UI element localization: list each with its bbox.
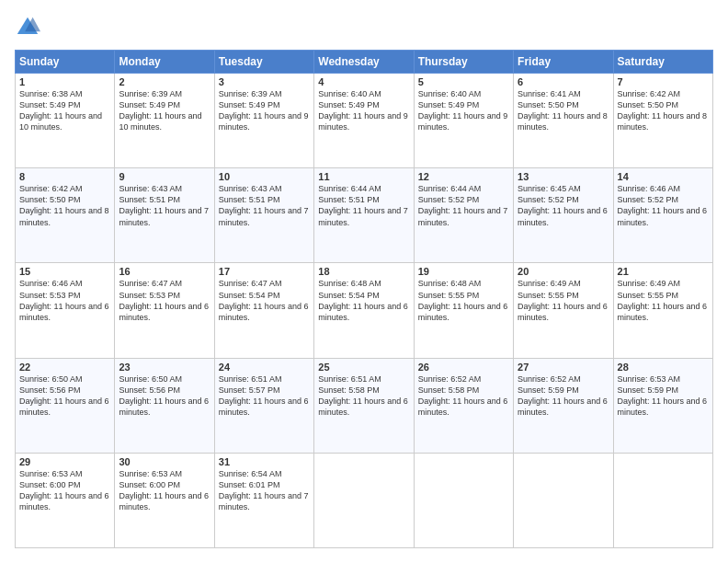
day-number: 9 (119, 171, 210, 182)
day-number: 24 (219, 362, 310, 373)
calendar-week-row: 22 Sunrise: 6:50 AMSunset: 5:56 PMDaylig… (16, 358, 713, 453)
day-info: Sunrise: 6:53 AMSunset: 6:00 PMDaylight:… (119, 469, 209, 511)
calendar-cell (414, 453, 513, 547)
day-number: 8 (19, 171, 110, 182)
calendar-cell: 31 Sunrise: 6:54 AMSunset: 6:01 PMDaylig… (214, 453, 313, 547)
day-number: 12 (418, 171, 509, 182)
calendar-cell: 3 Sunrise: 6:39 AMSunset: 5:49 PMDayligh… (214, 74, 313, 168)
calendar-cell: 21 Sunrise: 6:49 AMSunset: 5:55 PMDaylig… (613, 263, 712, 358)
day-info: Sunrise: 6:48 AMSunset: 5:54 PMDaylight:… (318, 279, 408, 321)
calendar-cell (613, 453, 712, 547)
day-number: 19 (418, 266, 509, 277)
header (15, 15, 713, 40)
day-info: Sunrise: 6:50 AMSunset: 5:56 PMDaylight:… (19, 374, 109, 417)
day-info: Sunrise: 6:48 AMSunset: 5:55 PMDaylight:… (418, 279, 508, 321)
day-number: 13 (518, 171, 609, 182)
day-number: 16 (119, 266, 210, 277)
day-info: Sunrise: 6:46 AMSunset: 5:53 PMDaylight:… (19, 279, 109, 321)
calendar-cell: 24 Sunrise: 6:51 AMSunset: 5:57 PMDaylig… (214, 358, 313, 453)
calendar-cell: 20 Sunrise: 6:49 AMSunset: 5:55 PMDaylig… (514, 263, 613, 358)
calendar-cell: 13 Sunrise: 6:45 AMSunset: 5:52 PMDaylig… (514, 168, 613, 263)
day-info: Sunrise: 6:52 AMSunset: 5:59 PMDaylight:… (518, 374, 608, 417)
day-info: Sunrise: 6:46 AMSunset: 5:52 PMDaylight:… (618, 184, 708, 226)
day-number: 21 (618, 266, 709, 277)
day-number: 26 (418, 362, 509, 373)
calendar-cell: 1 Sunrise: 6:38 AMSunset: 5:49 PMDayligh… (16, 74, 115, 168)
day-info: Sunrise: 6:54 AMSunset: 6:01 PMDaylight:… (219, 469, 309, 511)
day-number: 11 (318, 171, 409, 182)
day-header: Tuesday (214, 51, 313, 74)
day-info: Sunrise: 6:41 AMSunset: 5:50 PMDaylight:… (518, 89, 608, 132)
calendar-cell: 5 Sunrise: 6:40 AMSunset: 5:49 PMDayligh… (414, 74, 513, 168)
day-number: 2 (119, 76, 210, 87)
calendar-cell: 19 Sunrise: 6:48 AMSunset: 5:55 PMDaylig… (414, 263, 513, 358)
day-info: Sunrise: 6:42 AMSunset: 5:50 PMDaylight:… (618, 89, 708, 132)
calendar-cell: 6 Sunrise: 6:41 AMSunset: 5:50 PMDayligh… (514, 74, 613, 168)
calendar-week-row: 29 Sunrise: 6:53 AMSunset: 6:00 PMDaylig… (16, 453, 713, 547)
calendar-week-row: 8 Sunrise: 6:42 AMSunset: 5:50 PMDayligh… (16, 168, 713, 263)
day-header: Wednesday (314, 51, 414, 74)
calendar-header-row: SundayMondayTuesdayWednesdayThursdayFrid… (16, 51, 713, 74)
day-number: 1 (19, 76, 110, 87)
day-info: Sunrise: 6:45 AMSunset: 5:52 PMDaylight:… (518, 184, 608, 226)
day-header: Friday (514, 51, 613, 74)
calendar-cell: 27 Sunrise: 6:52 AMSunset: 5:59 PMDaylig… (514, 358, 613, 453)
calendar-week-row: 1 Sunrise: 6:38 AMSunset: 5:49 PMDayligh… (16, 74, 713, 168)
calendar-body: 1 Sunrise: 6:38 AMSunset: 5:49 PMDayligh… (16, 74, 713, 548)
day-info: Sunrise: 6:52 AMSunset: 5:58 PMDaylight:… (418, 374, 508, 417)
day-info: Sunrise: 6:44 AMSunset: 5:51 PMDaylight:… (318, 184, 408, 226)
day-number: 3 (219, 76, 310, 87)
day-number: 17 (219, 266, 310, 277)
day-info: Sunrise: 6:40 AMSunset: 5:49 PMDaylight:… (418, 89, 508, 132)
day-info: Sunrise: 6:51 AMSunset: 5:57 PMDaylight:… (219, 374, 309, 417)
calendar-cell: 2 Sunrise: 6:39 AMSunset: 5:49 PMDayligh… (115, 74, 214, 168)
calendar-cell: 22 Sunrise: 6:50 AMSunset: 5:56 PMDaylig… (16, 358, 115, 453)
day-info: Sunrise: 6:43 AMSunset: 5:51 PMDaylight:… (119, 184, 209, 226)
calendar-cell: 12 Sunrise: 6:44 AMSunset: 5:52 PMDaylig… (414, 168, 513, 263)
day-number: 29 (19, 456, 110, 467)
calendar-cell: 7 Sunrise: 6:42 AMSunset: 5:50 PMDayligh… (613, 74, 712, 168)
day-info: Sunrise: 6:39 AMSunset: 5:49 PMDaylight:… (219, 89, 309, 132)
day-number: 27 (518, 362, 609, 373)
day-info: Sunrise: 6:42 AMSunset: 5:50 PMDaylight:… (19, 184, 109, 226)
day-number: 10 (219, 171, 310, 182)
day-info: Sunrise: 6:53 AMSunset: 6:00 PMDaylight:… (19, 469, 109, 511)
calendar-cell: 15 Sunrise: 6:46 AMSunset: 5:53 PMDaylig… (16, 263, 115, 358)
calendar-cell: 9 Sunrise: 6:43 AMSunset: 5:51 PMDayligh… (115, 168, 214, 263)
day-number: 20 (518, 266, 609, 277)
calendar-cell: 17 Sunrise: 6:47 AMSunset: 5:54 PMDaylig… (214, 263, 313, 358)
day-number: 5 (418, 76, 509, 87)
calendar-cell: 28 Sunrise: 6:53 AMSunset: 5:59 PMDaylig… (613, 358, 712, 453)
day-info: Sunrise: 6:51 AMSunset: 5:58 PMDaylight:… (318, 374, 408, 417)
day-number: 30 (119, 456, 210, 467)
day-number: 4 (318, 76, 409, 87)
day-info: Sunrise: 6:44 AMSunset: 5:52 PMDaylight:… (418, 184, 508, 226)
calendar-cell: 30 Sunrise: 6:53 AMSunset: 6:00 PMDaylig… (115, 453, 214, 547)
day-number: 22 (19, 362, 110, 373)
day-header: Monday (115, 51, 214, 74)
day-info: Sunrise: 6:43 AMSunset: 5:51 PMDaylight:… (219, 184, 309, 226)
calendar-cell: 14 Sunrise: 6:46 AMSunset: 5:52 PMDaylig… (613, 168, 712, 263)
day-info: Sunrise: 6:49 AMSunset: 5:55 PMDaylight:… (518, 279, 608, 321)
day-header: Saturday (613, 51, 712, 74)
day-number: 23 (119, 362, 210, 373)
day-info: Sunrise: 6:50 AMSunset: 5:56 PMDaylight:… (119, 374, 209, 417)
calendar-cell (314, 453, 414, 547)
day-info: Sunrise: 6:47 AMSunset: 5:54 PMDaylight:… (219, 279, 309, 321)
calendar-cell: 10 Sunrise: 6:43 AMSunset: 5:51 PMDaylig… (214, 168, 313, 263)
calendar-cell: 25 Sunrise: 6:51 AMSunset: 5:58 PMDaylig… (314, 358, 414, 453)
logo-icon (15, 15, 40, 40)
day-number: 25 (318, 362, 409, 373)
calendar-cell: 11 Sunrise: 6:44 AMSunset: 5:51 PMDaylig… (314, 168, 414, 263)
day-number: 31 (219, 456, 310, 467)
day-info: Sunrise: 6:53 AMSunset: 5:59 PMDaylight:… (618, 374, 708, 417)
day-number: 14 (618, 171, 709, 182)
day-info: Sunrise: 6:40 AMSunset: 5:49 PMDaylight:… (318, 89, 408, 132)
day-number: 6 (518, 76, 609, 87)
calendar-cell: 26 Sunrise: 6:52 AMSunset: 5:58 PMDaylig… (414, 358, 513, 453)
calendar-cell: 23 Sunrise: 6:50 AMSunset: 5:56 PMDaylig… (115, 358, 214, 453)
calendar-week-row: 15 Sunrise: 6:46 AMSunset: 5:53 PMDaylig… (16, 263, 713, 358)
calendar-cell (514, 453, 613, 547)
day-header: Thursday (414, 51, 513, 74)
calendar-cell: 8 Sunrise: 6:42 AMSunset: 5:50 PMDayligh… (16, 168, 115, 263)
